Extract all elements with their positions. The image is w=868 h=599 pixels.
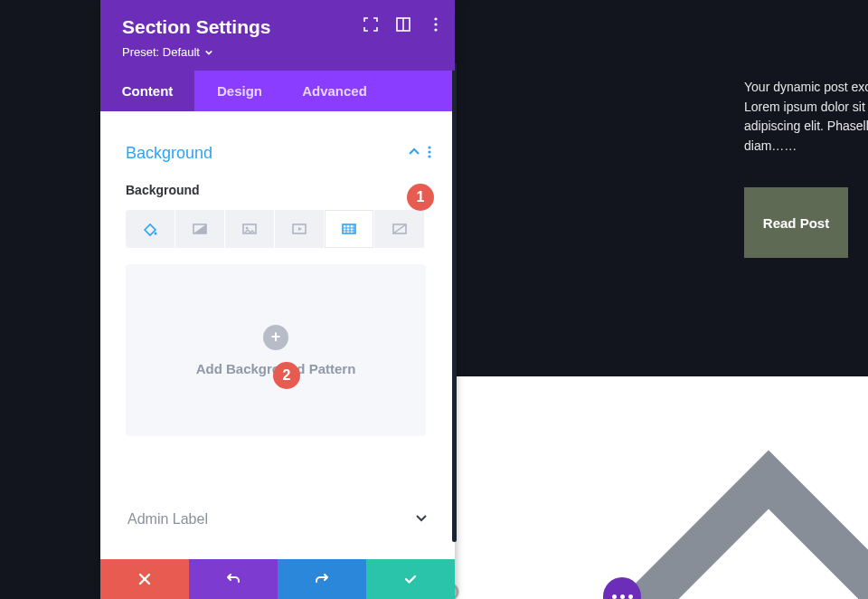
columns-icon[interactable] [395,16,411,33]
chevron-down-icon [205,49,212,56]
tab-design[interactable]: Design [194,71,285,111]
panel-footer [100,559,455,599]
bg-type-pattern[interactable] [325,210,374,248]
section-title: Background [126,144,212,163]
dot-icon [628,594,633,599]
expand-icon[interactable] [363,16,379,33]
add-background-pattern[interactable]: + Add Background Pattern [126,264,426,436]
cancel-button[interactable] [100,559,189,599]
svg-point-5 [434,23,437,25]
dot-icon [620,594,625,599]
bg-type-mask[interactable] [374,210,424,248]
svg-point-7 [428,146,430,148]
tab-advanced[interactable]: Advanced [285,71,384,111]
chevron-shape [633,416,868,599]
save-button[interactable] [366,559,455,599]
undo-button[interactable] [189,559,278,599]
image-icon [241,221,258,237]
kebab-icon[interactable] [428,16,444,33]
section-admin-label[interactable]: Admin Label [126,502,429,537]
svg-point-4 [434,17,437,20]
gradient-icon [192,221,208,237]
svg-point-8 [428,150,430,153]
svg-point-13 [246,227,249,230]
bg-type-video[interactable] [275,210,325,248]
collapse-icon[interactable] [408,146,420,162]
redo-button[interactable] [278,559,366,599]
excerpt-text: Your dynamic post exc Lorem ipsum dolor … [744,78,868,157]
svg-point-9 [428,155,430,157]
section-kebab-icon[interactable] [428,146,431,161]
panel-body: Background Background [100,111,455,546]
background-label: Background [126,183,431,197]
background-type-tabs [126,210,426,248]
chevron-down-icon [415,511,428,528]
preset-label: Preset: Default [122,45,200,59]
annotation-badge-2: 2 [273,362,300,389]
redo-icon [315,572,329,586]
video-icon [291,221,307,237]
section-settings-panel: Section Settings Preset: Default Content… [100,0,455,599]
section-background-header: Background [126,144,431,163]
bg-type-gradient[interactable] [175,210,225,248]
mask-icon [392,221,408,237]
panel-header: Section Settings Preset: Default [100,0,455,71]
bg-type-image[interactable] [225,210,275,248]
plus-icon: + [263,325,288,350]
bg-type-color[interactable] [126,210,175,248]
app-stage: namic e Will Here Your dynamic post exc … [0,0,868,599]
read-post-button[interactable]: Read Post [744,187,848,258]
admin-label-title: Admin Label [127,511,208,528]
tab-content[interactable]: Content [100,71,194,111]
dot-icon [612,594,617,599]
undo-icon [226,572,241,586]
check-icon [403,572,418,586]
annotation-badge-1: 1 [407,184,434,211]
close-icon [137,572,152,586]
preset-selector[interactable]: Preset: Default [122,45,212,59]
bucket-icon [142,221,158,237]
panel-tabs: Content Design Advanced [100,71,455,111]
grid-icon [341,221,357,237]
svg-point-10 [155,233,157,235]
svg-point-6 [434,28,437,31]
